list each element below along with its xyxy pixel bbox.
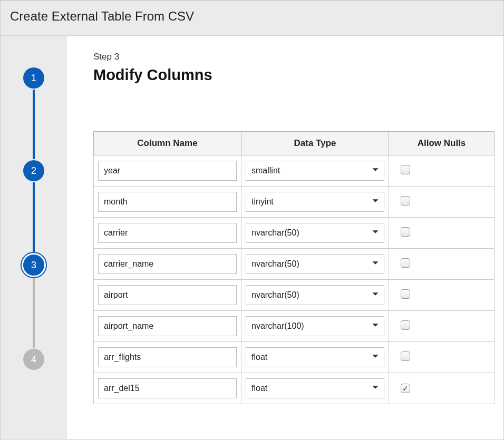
allow-nulls-checkbox[interactable] <box>401 289 410 299</box>
page-title: Modify Columns <box>93 66 503 84</box>
allow-nulls-checkbox[interactable] <box>401 227 410 237</box>
step-circle-4[interactable]: 4 <box>23 349 44 370</box>
step-circle-2[interactable]: 2 <box>23 160 44 181</box>
data-type-select[interactable] <box>246 316 384 336</box>
data-type-select[interactable] <box>246 347 384 367</box>
data-type-select[interactable] <box>246 285 384 305</box>
header-allow-nulls: Allow Nulls <box>389 132 495 155</box>
table-row <box>94 249 495 280</box>
stepper: 1234 <box>1 36 67 439</box>
column-name-input[interactable] <box>98 285 237 305</box>
column-name-input[interactable] <box>98 347 237 367</box>
step-connector <box>33 182 35 252</box>
table-row <box>94 280 495 311</box>
allow-nulls-checkbox[interactable] <box>401 320 410 330</box>
column-name-input[interactable] <box>98 223 237 243</box>
table-row <box>94 342 495 373</box>
allow-nulls-checkbox[interactable] <box>401 258 410 268</box>
data-type-select[interactable] <box>246 161 384 181</box>
step-circle-3[interactable]: 3 <box>22 253 46 277</box>
allow-nulls-checkbox[interactable] <box>401 196 410 206</box>
data-type-select[interactable] <box>246 192 384 212</box>
column-name-input[interactable] <box>98 192 237 212</box>
column-name-input[interactable] <box>98 378 237 398</box>
header-data-type: Data Type <box>241 132 389 155</box>
header-column-name: Column Name <box>94 132 241 155</box>
step-connector <box>33 278 35 348</box>
step-connector <box>33 90 35 159</box>
wizard-body: 1234 Step 3 Modify Columns Column Name D… <box>1 36 503 439</box>
allow-nulls-checkbox[interactable] <box>401 384 410 393</box>
table-row <box>94 155 495 187</box>
table-header-row: Column Name Data Type Allow Nulls <box>94 132 495 155</box>
data-type-select[interactable] <box>246 378 384 398</box>
main-content: Step 3 Modify Columns Column Name Data T… <box>67 36 503 439</box>
wizard-window: Create External Table From CSV 1234 Step… <box>0 0 504 440</box>
allow-nulls-checkbox[interactable] <box>401 351 410 361</box>
table-row <box>94 187 495 218</box>
columns-table: Column Name Data Type Allow Nulls <box>93 131 495 404</box>
column-name-input[interactable] <box>98 161 237 181</box>
step-label: Step 3 <box>93 52 503 62</box>
wizard-header: Create External Table From CSV <box>1 1 503 36</box>
allow-nulls-checkbox[interactable] <box>401 165 410 174</box>
data-type-select[interactable] <box>246 254 384 274</box>
column-name-input[interactable] <box>98 254 237 274</box>
step-circle-1[interactable]: 1 <box>23 67 44 89</box>
data-type-select[interactable] <box>246 223 384 243</box>
table-row <box>94 218 495 249</box>
table-row <box>94 373 495 404</box>
table-row <box>94 311 495 342</box>
wizard-title: Create External Table From CSV <box>10 9 494 24</box>
column-name-input[interactable] <box>98 316 237 336</box>
